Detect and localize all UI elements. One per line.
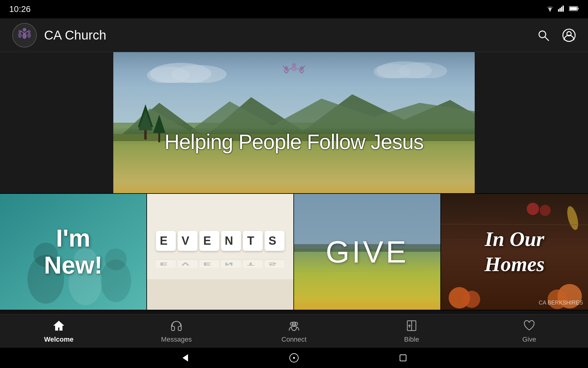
letter-E2: E — [199, 231, 219, 251]
cards-grid: I'm New! E V E N T S — [0, 193, 588, 310]
android-back-button[interactable] — [179, 352, 190, 363]
svg-point-12 — [18, 33, 22, 38]
svg-point-58 — [548, 289, 567, 309]
svg-rect-3 — [561, 7, 562, 12]
wifi-icon — [546, 5, 554, 13]
svg-point-33 — [292, 63, 296, 67]
svg-point-46 — [105, 248, 127, 270]
home-icon — [52, 319, 66, 334]
bible-icon — [405, 319, 418, 334]
signal-icon — [558, 5, 565, 13]
svg-point-56 — [463, 291, 480, 308]
svg-point-0 — [549, 10, 551, 12]
svg-rect-2 — [560, 8, 561, 12]
profile-button[interactable] — [562, 29, 576, 42]
connection-card[interactable]: I'm New! — [0, 194, 147, 310]
people-icon — [287, 319, 301, 334]
nav-connect[interactable]: Connect — [235, 316, 353, 347]
android-recents-button[interactable] — [398, 352, 409, 363]
svg-point-66 — [292, 322, 296, 326]
svg-marker-71 — [183, 354, 188, 362]
status-time: 10:26 — [9, 4, 31, 14]
nav-give[interactable]: Give — [470, 316, 588, 347]
letter-S: S — [265, 231, 285, 251]
app-logo[interactable] — [12, 23, 37, 48]
app-title: CA Church — [44, 28, 106, 43]
svg-rect-48 — [147, 279, 293, 310]
svg-rect-31 — [158, 132, 160, 142]
welcome-label: Welcome — [44, 335, 74, 343]
svg-rect-4 — [563, 6, 564, 12]
letter-V-ref: V — [178, 260, 198, 268]
letter-S-ref: S — [265, 260, 285, 268]
status-icons — [546, 5, 579, 13]
nav-welcome[interactable]: Welcome — [0, 316, 118, 347]
letter-T-ref: T — [243, 260, 263, 268]
svg-point-13 — [27, 33, 31, 38]
battery-icon — [569, 5, 579, 13]
nav-messages[interactable]: Messages — [118, 316, 235, 347]
svg-point-59 — [527, 203, 539, 215]
svg-point-16 — [539, 31, 546, 38]
svg-point-8 — [23, 28, 26, 32]
bottom-nav: Welcome Messages Connect — [0, 314, 588, 348]
svg-line-17 — [545, 37, 549, 41]
hero-banner: Helping People Follow Jesus — [113, 52, 475, 193]
messages-label: Messages — [161, 335, 192, 343]
hero-church-logo — [279, 61, 309, 87]
svg-point-73 — [293, 357, 295, 358]
hero-tree-left — [138, 103, 153, 140]
svg-rect-7 — [570, 7, 577, 10]
hero-tagline: Helping People Follow Jesus — [164, 130, 424, 154]
letter-V: V — [178, 231, 198, 251]
android-nav — [0, 348, 588, 368]
nav-bible[interactable]: Bible — [353, 316, 470, 347]
letter-N: N — [221, 231, 241, 251]
card1-text: I'm New! — [44, 225, 102, 279]
letter-T: T — [243, 231, 263, 251]
hero-tree-right — [153, 113, 165, 142]
letter-N-ref: N — [221, 260, 241, 268]
header-right — [537, 29, 576, 42]
letter-E-ref: E — [156, 260, 176, 268]
svg-rect-6 — [578, 8, 579, 10]
heart-icon — [522, 319, 536, 334]
bible-label: Bible — [404, 335, 419, 343]
card2-events: E V E N T S E V E N T S — [156, 231, 285, 273]
card3-give: GIVE — [326, 234, 409, 270]
svg-marker-32 — [153, 115, 165, 133]
letter-E: E — [156, 231, 176, 251]
svg-rect-74 — [400, 355, 406, 361]
letter-E2-ref: E — [199, 260, 219, 268]
card4-text: In Our Homes — [484, 227, 545, 277]
connect-label: Connect — [281, 335, 307, 343]
headphones-icon — [170, 319, 183, 334]
svg-point-22 — [172, 65, 227, 83]
svg-line-62 — [441, 224, 588, 225]
svg-rect-1 — [558, 9, 559, 12]
search-button[interactable] — [537, 29, 550, 42]
svg-point-60 — [540, 205, 551, 216]
church-calendar-card[interactable]: E V E N T S E V E N T S — [147, 194, 294, 310]
in-our-homes-card[interactable]: In Our Homes CA BERKSHIRES — [441, 194, 588, 310]
android-home-button[interactable] — [288, 352, 300, 363]
card4-attribution: CA BERKSHIRES — [539, 300, 583, 306]
give-label: Give — [522, 335, 536, 343]
status-bar: 10:26 — [0, 0, 588, 18]
app-header: CA Church — [0, 18, 588, 52]
header-left: CA Church — [12, 23, 106, 48]
giving-card[interactable]: GIVE — [294, 194, 441, 310]
